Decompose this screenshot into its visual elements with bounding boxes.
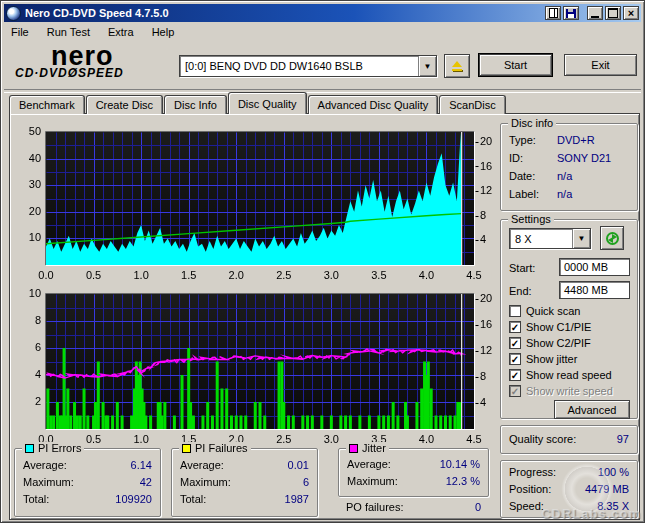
menu-file[interactable]: File — [4, 24, 36, 40]
stat-value: 1987 — [285, 493, 309, 505]
close-button[interactable]: × — [623, 6, 639, 20]
stat-label: Average: — [347, 458, 391, 470]
stat-label: Total: — [23, 493, 49, 505]
disc-label-value: n/a — [557, 188, 572, 200]
pi-failures-legend-swatch — [182, 444, 191, 453]
checkbox-icon: ✓ — [509, 337, 521, 349]
disc-info-title: Disc info — [511, 117, 553, 129]
stat-label: Maximum: — [23, 476, 74, 488]
eject-disc-icon — [451, 61, 464, 72]
tab-create-disc[interactable]: Create Disc — [86, 95, 163, 114]
settings-group: Settings 8 X ▼ Start: 0000 MB End: 4480 … — [500, 219, 638, 419]
refresh-icon — [606, 232, 619, 245]
disc-date-label: Date: — [509, 170, 535, 182]
speed-label: Speed: — [509, 500, 544, 512]
pi-failures-stats: PI Failures Average:0.01 Maximum:6 Total… — [171, 448, 318, 517]
end-position-field[interactable]: 4480 MB — [559, 281, 630, 299]
tab-benchmark[interactable]: Benchmark — [9, 95, 85, 114]
jitter-title: Jitter — [362, 442, 386, 454]
tab-scandisc[interactable]: ScanDisc — [439, 95, 505, 114]
quality-score-value: 97 — [617, 433, 629, 445]
close-icon: × — [628, 8, 634, 18]
progress-label: Progress: — [509, 466, 556, 478]
app-icon — [6, 6, 21, 21]
drive-select[interactable]: [0:0] BENQ DVD DD DW1640 BSLB ▼ — [179, 55, 437, 77]
nero-logo: nero CD·DVDØSPEED — [15, 45, 180, 80]
exit-button[interactable]: Exit — [564, 54, 637, 76]
pi-errors-chart — [11, 124, 497, 284]
stat-label: Average: — [180, 459, 224, 471]
disc-id-label: ID: — [509, 152, 523, 164]
save-icon — [566, 9, 576, 18]
disc-date-value: n/a — [557, 170, 572, 182]
scan-speed-select[interactable]: 8 X ▼ — [509, 228, 591, 249]
menu-extra[interactable]: Extra — [101, 24, 141, 40]
stat-label: Maximum: — [347, 475, 398, 487]
site-watermark: CDRLabs.com — [541, 506, 641, 521]
checkbox-show-read-speed[interactable]: ✓Show read speed — [509, 368, 612, 382]
checkbox-icon: ✓ — [509, 321, 521, 333]
disc-id-value: SONY D21 — [557, 152, 611, 164]
position-label: Position: — [509, 483, 551, 495]
checkbox-icon: ✓ — [509, 369, 521, 381]
pi-errors-legend-swatch — [25, 444, 34, 453]
po-failures-row: PO failures: 0 — [346, 501, 481, 513]
menu-bar: File Run Test Extra Help — [4, 22, 641, 41]
maximize-button[interactable] — [605, 6, 621, 20]
stat-label: Total: — [180, 493, 206, 505]
jitter-stats: Jitter Average:10.14 % Maximum:12.3 % — [338, 448, 489, 497]
checkbox-icon: ✓ — [509, 385, 521, 397]
chevron-down-icon: ▼ — [578, 234, 586, 243]
stat-value: 109920 — [115, 493, 152, 505]
checkbox-show-jitter[interactable]: ✓Show jitter — [509, 352, 577, 366]
start-position-label: Start: — [509, 262, 535, 274]
checkbox-icon: ✓ — [509, 353, 521, 365]
stat-label: Average: — [23, 459, 67, 471]
drive-select-value: [0:0] BENQ DVD DD DW1640 BSLB — [180, 60, 418, 72]
quality-score-label: Quality score: — [509, 433, 576, 445]
stat-value: 0.01 — [288, 459, 309, 471]
disc-type-value: DVD+R — [557, 134, 595, 146]
drive-select-arrow[interactable]: ▼ — [418, 56, 436, 76]
refresh-button[interactable] — [600, 226, 624, 250]
checkbox-show-write-speed: ✓Show write speed — [509, 384, 613, 398]
stat-value: 42 — [140, 476, 152, 488]
scan-speed-value: 8 X — [510, 233, 572, 245]
eject-button[interactable] — [444, 54, 470, 78]
quality-score-panel: Quality score: 97 — [500, 425, 638, 454]
advanced-button[interactable]: Advanced — [554, 400, 630, 419]
scan-speed-arrow[interactable]: ▼ — [572, 229, 590, 248]
checkbox-quick-scan[interactable]: Quick scan — [509, 304, 580, 318]
show-report-button[interactable] — [545, 6, 561, 20]
jitter-legend-swatch — [349, 444, 358, 453]
report-icon — [549, 8, 558, 18]
tab-disc-quality[interactable]: Disc Quality — [228, 92, 307, 114]
pi-failures-title: PI Failures — [195, 442, 248, 454]
tab-advanced-disc-quality[interactable]: Advanced Disc Quality — [308, 95, 439, 114]
start-button[interactable]: Start — [479, 54, 552, 76]
cdspeed-logo-text: CD·DVDØSPEED — [15, 67, 180, 80]
po-failures-label: PO failures: — [346, 501, 403, 513]
checkbox-icon — [509, 305, 521, 317]
menu-run-test[interactable]: Run Test — [40, 24, 97, 40]
menu-help[interactable]: Help — [145, 24, 182, 40]
disc-info-group: Disc info Type:DVD+R ID:SONY D21 Date:n/… — [500, 123, 638, 211]
stat-value: 6 — [303, 476, 309, 488]
stat-value: 12.3 % — [446, 475, 480, 487]
po-failures-value: 0 — [475, 501, 481, 513]
title-bar[interactable]: Nero CD-DVD Speed 4.7.5.0 × — [4, 4, 641, 22]
tab-bar: Benchmark Create Disc Disc Info Disc Qua… — [9, 93, 507, 114]
window-title: Nero CD-DVD Speed 4.7.5.0 — [25, 7, 169, 19]
save-button[interactable] — [563, 6, 579, 20]
end-position-label: End: — [509, 285, 532, 297]
pi-failures-jitter-chart — [11, 286, 497, 446]
checkbox-show-c2-pif[interactable]: ✓Show C2/PIF — [509, 336, 591, 350]
stat-label: Maximum: — [180, 476, 231, 488]
start-position-field[interactable]: 0000 MB — [559, 258, 630, 276]
maximize-icon — [608, 8, 618, 18]
stat-value: 10.14 % — [440, 458, 480, 470]
tab-disc-info[interactable]: Disc Info — [164, 95, 227, 114]
pi-errors-stats: PI Errors Average:6.14 Maximum:42 Total:… — [14, 448, 161, 517]
checkbox-show-c1-pie[interactable]: ✓Show C1/PIE — [509, 320, 591, 334]
minimize-button[interactable] — [587, 6, 603, 20]
